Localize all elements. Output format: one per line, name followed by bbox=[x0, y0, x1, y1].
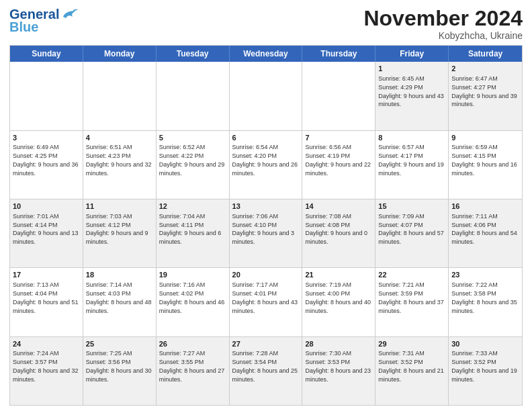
day-number: 7 bbox=[305, 133, 372, 143]
day-number: 3 bbox=[13, 133, 80, 143]
day-info: Sunrise: 7:17 AMSunset: 4:01 PMDaylight:… bbox=[232, 281, 298, 314]
day-number: 8 bbox=[378, 133, 445, 143]
cal-cell-r2-c5: 15Sunrise: 7:09 AMSunset: 4:07 PMDayligh… bbox=[375, 199, 449, 267]
day-info: Sunrise: 7:09 AMSunset: 4:07 PMDaylight:… bbox=[378, 213, 444, 245]
cal-cell-r4-c1: 25Sunrise: 7:25 AMSunset: 3:56 PMDayligh… bbox=[83, 337, 157, 405]
header: General Blue November 2024 Kobyzhcha, Uk… bbox=[9, 7, 523, 41]
day-number: 20 bbox=[232, 270, 300, 280]
day-info: Sunrise: 6:47 AMSunset: 4:27 PMDaylight:… bbox=[451, 75, 517, 107]
logo-blue: Blue bbox=[9, 19, 38, 35]
day-number: 1 bbox=[378, 64, 445, 74]
cal-cell-r2-c1: 11Sunrise: 7:03 AMSunset: 4:12 PMDayligh… bbox=[83, 199, 157, 267]
cal-cell-r4-c2: 26Sunrise: 7:27 AMSunset: 3:55 PMDayligh… bbox=[157, 337, 230, 405]
cal-cell-r4-c6: 30Sunrise: 7:33 AMSunset: 3:52 PMDayligh… bbox=[449, 337, 522, 405]
day-info: Sunrise: 7:33 AMSunset: 3:52 PMDaylight:… bbox=[451, 350, 517, 382]
day-number: 26 bbox=[159, 339, 226, 349]
calendar: SundayMondayTuesdayWednesdayThursdayFrid… bbox=[9, 45, 523, 406]
cal-cell-r3-c5: 22Sunrise: 7:21 AMSunset: 3:59 PMDayligh… bbox=[375, 268, 449, 336]
cal-cell-r4-c3: 27Sunrise: 7:28 AMSunset: 3:54 PMDayligh… bbox=[230, 337, 303, 405]
day-info: Sunrise: 7:24 AMSunset: 3:57 PMDaylight:… bbox=[13, 350, 79, 382]
calendar-body: 1Sunrise: 6:45 AMSunset: 4:29 PMDaylight… bbox=[10, 62, 522, 405]
day-info: Sunrise: 7:16 AMSunset: 4:02 PMDaylight:… bbox=[159, 281, 225, 314]
day-number: 22 bbox=[378, 270, 445, 280]
header-day-wednesday: Wednesday bbox=[230, 46, 303, 62]
day-info: Sunrise: 6:51 AMSunset: 4:23 PMDaylight:… bbox=[86, 144, 152, 176]
cal-cell-r3-c6: 23Sunrise: 7:22 AMSunset: 3:58 PMDayligh… bbox=[449, 268, 522, 336]
day-info: Sunrise: 6:52 AMSunset: 4:22 PMDaylight:… bbox=[159, 144, 225, 176]
cal-cell-r0-c1 bbox=[83, 62, 157, 130]
cal-cell-r0-c2 bbox=[157, 62, 230, 130]
day-number: 24 bbox=[13, 339, 80, 349]
day-info: Sunrise: 7:27 AMSunset: 3:55 PMDaylight:… bbox=[159, 350, 225, 382]
cal-cell-r0-c5: 1Sunrise: 6:45 AMSunset: 4:29 PMDaylight… bbox=[375, 62, 449, 130]
cal-cell-r1-c3: 6Sunrise: 6:54 AMSunset: 4:20 PMDaylight… bbox=[230, 131, 303, 199]
day-info: Sunrise: 7:03 AMSunset: 4:12 PMDaylight:… bbox=[86, 213, 148, 245]
location: Kobyzhcha, Ukraine bbox=[363, 30, 523, 41]
cal-cell-r1-c2: 5Sunrise: 6:52 AMSunset: 4:22 PMDaylight… bbox=[157, 131, 230, 199]
day-info: Sunrise: 6:59 AMSunset: 4:15 PMDaylight:… bbox=[451, 144, 517, 176]
day-number: 29 bbox=[378, 339, 445, 349]
day-info: Sunrise: 6:54 AMSunset: 4:20 PMDaylight:… bbox=[232, 144, 298, 176]
header-day-thursday: Thursday bbox=[302, 46, 375, 62]
day-number: 17 bbox=[13, 270, 80, 280]
cal-cell-r0-c6: 2Sunrise: 6:47 AMSunset: 4:27 PMDaylight… bbox=[449, 62, 522, 130]
cal-cell-r3-c3: 20Sunrise: 7:17 AMSunset: 4:01 PMDayligh… bbox=[230, 268, 303, 336]
cal-cell-r3-c0: 17Sunrise: 7:13 AMSunset: 4:04 PMDayligh… bbox=[10, 268, 83, 336]
day-info: Sunrise: 7:13 AMSunset: 4:04 PMDaylight:… bbox=[13, 281, 79, 314]
day-number: 14 bbox=[305, 201, 372, 212]
day-number: 18 bbox=[86, 270, 153, 280]
day-number: 28 bbox=[305, 339, 372, 349]
calendar-row-0: 1Sunrise: 6:45 AMSunset: 4:29 PMDaylight… bbox=[10, 62, 522, 130]
header-day-monday: Monday bbox=[83, 46, 157, 62]
header-day-sunday: Sunday bbox=[10, 46, 83, 62]
logo-bird-icon bbox=[60, 7, 78, 22]
day-number: 9 bbox=[451, 133, 519, 143]
day-number: 5 bbox=[159, 133, 226, 143]
day-number: 30 bbox=[451, 339, 519, 349]
cal-cell-r3-c1: 18Sunrise: 7:14 AMSunset: 4:03 PMDayligh… bbox=[83, 268, 157, 336]
cal-cell-r2-c4: 14Sunrise: 7:08 AMSunset: 4:08 PMDayligh… bbox=[302, 199, 375, 267]
day-info: Sunrise: 7:08 AMSunset: 4:08 PMDaylight:… bbox=[305, 213, 367, 245]
cal-cell-r3-c2: 19Sunrise: 7:16 AMSunset: 4:02 PMDayligh… bbox=[157, 268, 230, 336]
day-number: 12 bbox=[159, 201, 226, 212]
cal-cell-r1-c4: 7Sunrise: 6:56 AMSunset: 4:19 PMDaylight… bbox=[302, 131, 375, 199]
day-number: 23 bbox=[451, 270, 519, 280]
cal-cell-r2-c0: 10Sunrise: 7:01 AMSunset: 4:14 PMDayligh… bbox=[10, 199, 83, 267]
day-number: 25 bbox=[86, 339, 153, 349]
day-number: 11 bbox=[86, 201, 153, 212]
cal-cell-r0-c3 bbox=[230, 62, 303, 130]
title-block: November 2024 Kobyzhcha, Ukraine bbox=[363, 7, 523, 41]
calendar-header: SundayMondayTuesdayWednesdayThursdayFrid… bbox=[10, 46, 522, 62]
day-number: 4 bbox=[86, 133, 153, 143]
day-info: Sunrise: 7:25 AMSunset: 3:56 PMDaylight:… bbox=[86, 350, 152, 382]
day-info: Sunrise: 7:31 AMSunset: 3:52 PMDaylight:… bbox=[378, 350, 444, 382]
day-info: Sunrise: 7:06 AMSunset: 4:10 PMDaylight:… bbox=[232, 213, 295, 245]
cal-cell-r4-c5: 29Sunrise: 7:31 AMSunset: 3:52 PMDayligh… bbox=[375, 337, 449, 405]
cal-cell-r3-c4: 21Sunrise: 7:19 AMSunset: 4:00 PMDayligh… bbox=[302, 268, 375, 336]
calendar-row-4: 24Sunrise: 7:24 AMSunset: 3:57 PMDayligh… bbox=[10, 336, 522, 405]
day-number: 10 bbox=[13, 201, 80, 212]
day-info: Sunrise: 7:14 AMSunset: 4:03 PMDaylight:… bbox=[86, 281, 152, 314]
header-day-tuesday: Tuesday bbox=[157, 46, 230, 62]
day-info: Sunrise: 7:28 AMSunset: 3:54 PMDaylight:… bbox=[232, 350, 298, 382]
cal-cell-r1-c5: 8Sunrise: 6:57 AMSunset: 4:17 PMDaylight… bbox=[375, 131, 449, 199]
cal-cell-r2-c3: 13Sunrise: 7:06 AMSunset: 4:10 PMDayligh… bbox=[230, 199, 303, 267]
day-info: Sunrise: 6:57 AMSunset: 4:17 PMDaylight:… bbox=[378, 144, 444, 176]
day-number: 21 bbox=[305, 270, 372, 280]
day-info: Sunrise: 7:04 AMSunset: 4:11 PMDaylight:… bbox=[159, 213, 222, 245]
day-info: Sunrise: 7:11 AMSunset: 4:06 PMDaylight:… bbox=[451, 213, 517, 245]
day-number: 2 bbox=[451, 64, 519, 74]
cal-cell-r1-c0: 3Sunrise: 6:49 AMSunset: 4:25 PMDaylight… bbox=[10, 131, 83, 199]
cal-cell-r1-c1: 4Sunrise: 6:51 AMSunset: 4:23 PMDaylight… bbox=[83, 131, 157, 199]
calendar-row-2: 10Sunrise: 7:01 AMSunset: 4:14 PMDayligh… bbox=[10, 199, 522, 267]
day-info: Sunrise: 7:22 AMSunset: 3:58 PMDaylight:… bbox=[451, 281, 517, 314]
header-day-saturday: Saturday bbox=[449, 46, 522, 62]
day-number: 19 bbox=[159, 270, 226, 280]
day-info: Sunrise: 7:21 AMSunset: 3:59 PMDaylight:… bbox=[378, 281, 444, 314]
day-number: 13 bbox=[232, 201, 300, 212]
cal-cell-r0-c0 bbox=[10, 62, 83, 130]
cal-cell-r2-c6: 16Sunrise: 7:11 AMSunset: 4:06 PMDayligh… bbox=[449, 199, 522, 267]
header-day-friday: Friday bbox=[375, 46, 449, 62]
page: General Blue November 2024 Kobyzhcha, Uk… bbox=[0, 0, 532, 411]
cal-cell-r4-c0: 24Sunrise: 7:24 AMSunset: 3:57 PMDayligh… bbox=[10, 337, 83, 405]
